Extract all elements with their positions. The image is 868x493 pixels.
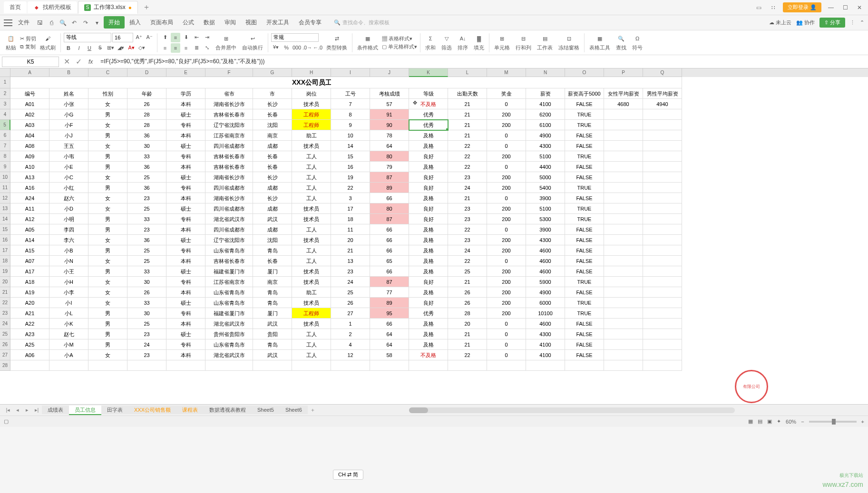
currency-icon[interactable]: ¥▾ <box>271 43 281 52</box>
cell[interactable] <box>604 319 643 329</box>
cell[interactable]: 200 <box>487 109 526 120</box>
cell[interactable]: 80 <box>370 151 409 162</box>
comma-icon[interactable]: 000 <box>292 43 302 52</box>
cell[interactable]: 技术员 <box>292 319 331 329</box>
cell[interactable]: 5900 <box>526 277 565 287</box>
cell[interactable]: 200 <box>487 151 526 162</box>
cell[interactable]: 91 <box>370 109 409 120</box>
cell[interactable]: 姓名 <box>49 88 88 99</box>
cell[interactable]: 男 <box>88 214 127 224</box>
find-button[interactable]: 🔍查找 <box>614 34 628 51</box>
cell[interactable]: 市 <box>253 88 292 99</box>
cell[interactable]: 5000 <box>526 172 565 183</box>
cell[interactable]: 21 <box>448 120 487 130</box>
cell[interactable]: 36 <box>127 130 166 141</box>
cell[interactable]: 编号 <box>10 88 49 99</box>
cell[interactable]: 4900 <box>526 287 565 298</box>
cell[interactable] <box>448 77 487 88</box>
cell[interactable]: 工人 <box>292 339 331 350</box>
cell[interactable] <box>643 109 682 120</box>
cell[interactable]: 23 <box>448 203 487 214</box>
row-header[interactable]: 1 <box>0 77 10 88</box>
cell[interactable] <box>565 360 604 371</box>
cell[interactable]: 4600 <box>526 245 565 256</box>
cell[interactable] <box>604 256 643 266</box>
cell[interactable]: 4680 <box>604 99 643 109</box>
cell[interactable] <box>127 360 166 371</box>
merge-button[interactable]: ⊞合并居中 <box>214 34 238 51</box>
cell[interactable]: 小G <box>49 109 88 120</box>
cell[interactable]: 4600 <box>526 266 565 277</box>
col-header-D[interactable]: D <box>127 68 166 77</box>
cell[interactable]: FALSE <box>565 130 604 141</box>
tab-active-doc[interactable]: S 工作簿3.xlsx ● <box>78 1 138 14</box>
cell[interactable]: 工人 <box>292 329 331 339</box>
cell[interactable] <box>604 172 643 183</box>
cut-button[interactable]: ✂ 剪切 <box>20 35 36 42</box>
cell[interactable]: 小K <box>49 319 88 329</box>
cell[interactable] <box>370 360 409 371</box>
sheet-last-icon[interactable]: ▸| <box>32 407 41 413</box>
cell[interactable]: 及格 <box>409 319 448 329</box>
cell[interactable]: 辽宁省沈阳市 <box>205 120 253 130</box>
table-tools-button[interactable]: ▦表格工具 <box>587 34 612 51</box>
cell[interactable]: 本科 <box>166 224 205 235</box>
type-convert-button[interactable]: ⇄类型转换 <box>324 34 349 51</box>
cell[interactable]: 200 <box>487 203 526 214</box>
cell[interactable]: A19 <box>10 287 49 298</box>
row-header[interactable]: 4 <box>0 109 10 120</box>
cell[interactable]: 王五 <box>49 141 88 151</box>
cell[interactable]: 23 <box>127 193 166 203</box>
cell[interactable]: FALSE <box>565 172 604 183</box>
cell[interactable] <box>643 287 682 298</box>
cell[interactable]: 女 <box>88 172 127 183</box>
row-header[interactable]: 11 <box>0 183 10 193</box>
cell[interactable]: 女 <box>88 193 127 203</box>
cell[interactable]: 硕士 <box>166 109 205 120</box>
cell[interactable]: 四川省成都市 <box>205 224 253 235</box>
cell[interactable]: A04 <box>10 130 49 141</box>
cell[interactable] <box>643 319 682 329</box>
cell[interactable]: 23 <box>127 224 166 235</box>
cell[interactable]: 出勤天数 <box>448 88 487 99</box>
cell[interactable]: 良好 <box>409 203 448 214</box>
align-top-icon[interactable]: ⬆ <box>160 33 170 42</box>
cell[interactable]: FALSE <box>565 256 604 266</box>
cell[interactable]: 山东省青岛市 <box>205 287 253 298</box>
cell[interactable]: 20 <box>448 319 487 329</box>
cell[interactable]: 硕士 <box>166 266 205 277</box>
menu-tab-7[interactable]: 开发工具 <box>262 16 294 29</box>
cell[interactable]: 21 <box>448 339 487 350</box>
spreadsheet-grid[interactable]: ABCDEFGHIJKLMNOPQ 1XXX公司员工信息2编号姓名性别年龄学历省… <box>0 68 868 404</box>
apps-icon[interactable]: ∷ <box>769 4 778 11</box>
cell[interactable]: 4600 <box>526 256 565 266</box>
cell[interactable] <box>643 277 682 287</box>
cell[interactable]: 95 <box>370 308 409 319</box>
cell[interactable]: 5300 <box>526 214 565 224</box>
format-painter[interactable]: 🖌 格式刷 <box>38 34 58 51</box>
row-header[interactable]: 2 <box>0 88 10 99</box>
cell[interactable]: 贵州省贵阳市 <box>205 329 253 339</box>
filter-button[interactable]: ▽筛选 <box>439 34 454 51</box>
cell[interactable]: 22 <box>448 151 487 162</box>
cell[interactable]: 28 <box>127 109 166 120</box>
cell[interactable]: 及格 <box>409 224 448 235</box>
cell[interactable]: 0 <box>487 350 526 360</box>
cell[interactable]: 23 <box>448 214 487 224</box>
cell[interactable] <box>643 245 682 256</box>
cell[interactable] <box>448 360 487 371</box>
cell[interactable]: FALSE <box>565 193 604 203</box>
cell[interactable]: A16 <box>10 183 49 193</box>
cell[interactable]: 岗位 <box>292 88 331 99</box>
cell[interactable]: 25 <box>127 256 166 266</box>
cell[interactable]: 200 <box>487 308 526 319</box>
cell[interactable] <box>487 360 526 371</box>
cell[interactable]: 长沙 <box>253 99 292 109</box>
cell[interactable] <box>643 360 682 371</box>
cell[interactable]: 良好 <box>409 183 448 193</box>
row-header[interactable]: 20 <box>0 277 10 287</box>
cell[interactable]: 0 <box>487 99 526 109</box>
cell[interactable]: A12 <box>10 214 49 224</box>
col-header-J[interactable]: J <box>370 68 409 77</box>
cell[interactable]: 26 <box>127 287 166 298</box>
